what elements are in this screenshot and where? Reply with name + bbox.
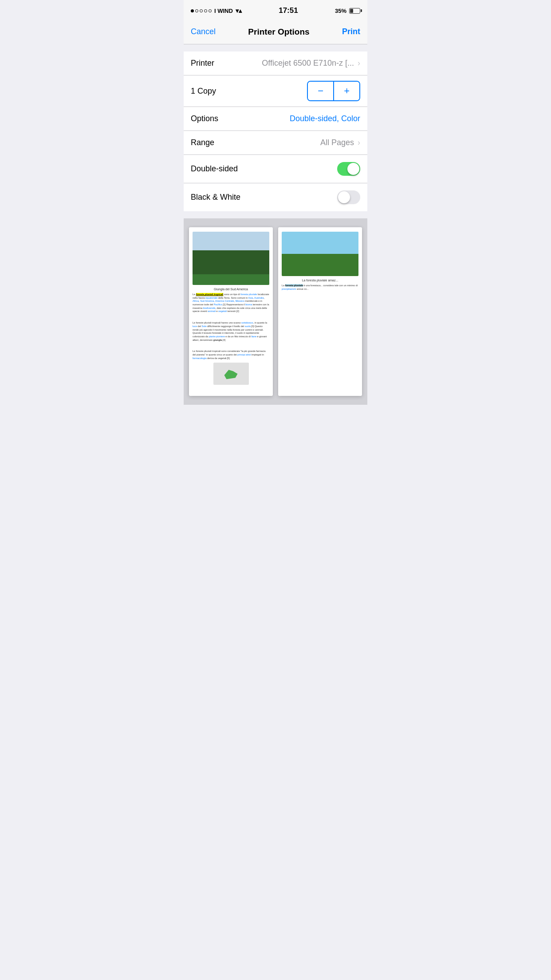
preview-page-2: La foresta pluviale amaz... La foresta p… <box>278 227 362 396</box>
status-right: 35% <box>335 8 360 14</box>
battery-fill <box>350 9 353 13</box>
map-green-area <box>220 367 242 380</box>
status-bar: I WIND ▾▴ 17:51 35% <box>184 0 367 20</box>
page1-text-prefix: Le <box>193 293 196 296</box>
copies-stepper: − + <box>307 81 360 101</box>
page1-map <box>213 363 249 385</box>
copies-label: 1 Copy <box>191 87 216 96</box>
battery-icon <box>349 8 360 14</box>
preview-area: Giungla del Sud America Le foreste pluvi… <box>184 218 367 405</box>
page1-caption: Giungla del Sud America <box>193 288 269 291</box>
options-value-text: Double-sided, Color <box>290 114 360 123</box>
range-value: All Pages <box>320 138 354 147</box>
black-white-toggle-knob <box>338 191 350 203</box>
signal-dot-2 <box>195 9 198 12</box>
decrement-button[interactable]: − <box>308 82 333 100</box>
signal-dot-5 <box>209 9 212 12</box>
options-row[interactable]: Options Double-sided, Color <box>184 107 367 131</box>
double-sided-label: Double-sided <box>191 164 238 174</box>
wifi-icon: ▾▴ <box>236 7 242 14</box>
page2-caption: La foresta pluviale amaz... <box>282 279 358 282</box>
page1-highlight: foreste pluviali tropicali <box>196 293 224 296</box>
printer-value: Officejet 6500 E710n-z [... <box>262 59 354 68</box>
status-left: I WIND ▾▴ <box>191 7 242 14</box>
printer-value-container: Officejet 6500 E710n-z [... › <box>262 59 360 68</box>
options-section: Printer Officejet 6500 E710n-z [... › 1 … <box>184 51 367 211</box>
printer-row[interactable]: Printer Officejet 6500 E710n-z [... › <box>184 51 367 75</box>
page1-text2: Le foreste pluviali tropicali hanno uno … <box>193 321 269 342</box>
double-sided-toggle-knob <box>347 163 359 175</box>
signal-dot-4 <box>204 9 207 12</box>
nav-bar: Cancel Printer Options Print <box>184 20 367 44</box>
page2-image <box>282 232 358 276</box>
battery-indicator <box>349 8 360 14</box>
range-label: Range <box>191 138 214 147</box>
preview-page-1: Giungla del Sud America Le foreste pluvi… <box>189 227 273 396</box>
status-time: 17:51 <box>279 6 298 15</box>
options-label: Options <box>191 114 218 123</box>
signal-dot-1 <box>191 9 194 12</box>
page2-text: La foresta pluviale è una forestaca... c… <box>282 284 358 291</box>
black-white-label: Black & White <box>191 193 240 202</box>
range-chevron-icon: › <box>358 138 360 147</box>
double-sided-toggle[interactable] <box>337 162 360 176</box>
double-sided-row: Double-sided <box>184 155 367 183</box>
signal-strength <box>191 9 212 12</box>
cancel-button[interactable]: Cancel <box>191 27 216 36</box>
page-title: Printer Options <box>248 27 309 37</box>
print-button[interactable]: Print <box>342 27 360 36</box>
carrier-label: I WIND <box>214 8 233 14</box>
range-value-container: All Pages › <box>320 138 360 147</box>
page1-image <box>193 232 269 285</box>
page1-text: Le foreste pluviali tropicali sono un ti… <box>193 293 269 313</box>
copies-row: 1 Copy − + <box>184 75 367 107</box>
page2-highlight: foresta pluviale <box>285 284 303 287</box>
increment-button[interactable]: + <box>334 82 359 100</box>
page1-text3: Le foreste pluviali tropicali sono consi… <box>193 350 269 360</box>
battery-percentage: 35% <box>335 8 346 14</box>
black-white-toggle[interactable] <box>337 190 360 204</box>
printer-label: Printer <box>191 59 214 68</box>
page1-text-body: sono un tipo di foresta pluviale localiz… <box>193 293 269 312</box>
options-value: Double-sided, Color <box>290 114 360 123</box>
range-row[interactable]: Range All Pages › <box>184 131 367 155</box>
signal-dot-3 <box>200 9 203 12</box>
black-white-row: Black & White <box>184 183 367 211</box>
printer-chevron-icon: › <box>358 59 360 68</box>
